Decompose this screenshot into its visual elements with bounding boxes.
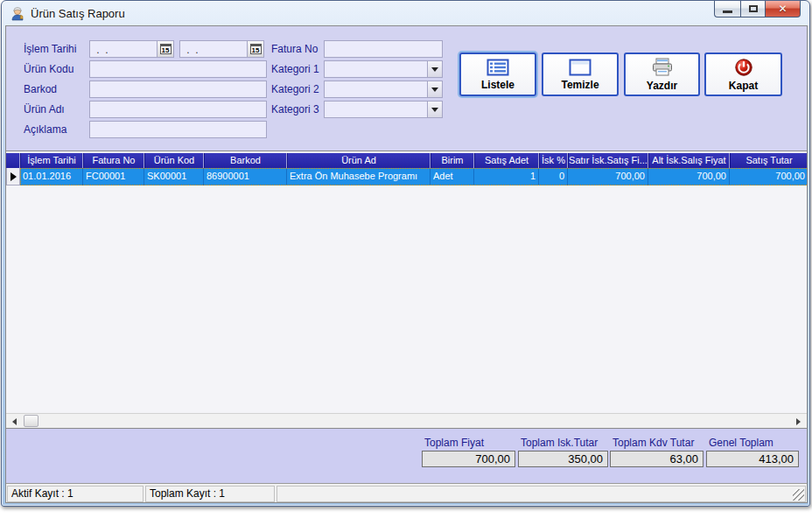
urun-kodu-input[interactable] xyxy=(89,60,267,78)
column-header[interactable]: Birim xyxy=(430,153,474,168)
app-icon xyxy=(10,5,25,21)
genel-toplam-value: 413,00 xyxy=(706,451,799,467)
kategori2-select[interactable] xyxy=(324,80,443,98)
app-window: Ürün Satış Raporu ✕ İşlem Tarihi . . 15 … xyxy=(1,0,810,507)
column-header[interactable]: Barkod xyxy=(204,153,287,168)
maximize-button[interactable] xyxy=(740,1,766,18)
kategori2-label: Kategori 2 xyxy=(271,80,319,98)
toplam-isk-tutar-value: 350,00 xyxy=(518,451,608,467)
totals-panel: Toplam Fiyat 700,00 Toplam Isk.Tutar 350… xyxy=(6,429,807,484)
urun-adi-input[interactable] xyxy=(89,101,267,118)
status-empty-panel xyxy=(276,486,806,502)
minimize-button[interactable] xyxy=(714,1,740,18)
row-selector[interactable] xyxy=(6,168,20,186)
close-button[interactable]: ✕ xyxy=(766,1,801,18)
power-icon xyxy=(734,58,753,77)
cell-satis-tutar[interactable]: 700,00 xyxy=(730,168,807,186)
cell-satir-isk-fiyat[interactable]: 700,00 xyxy=(568,168,648,186)
kategori3-label: Kategori 3 xyxy=(271,101,319,118)
column-header[interactable]: İşlem Tarihi xyxy=(20,153,83,168)
calendar-icon: 15 xyxy=(250,44,262,54)
list-icon xyxy=(486,59,509,76)
toplam-isk-tutar-label: Toplam Isk.Tutar xyxy=(521,437,598,449)
row-indicator-icon xyxy=(10,172,17,181)
grid-header-row: İşlem Tarihi Fatura No Ürün Kod Barkod Ü… xyxy=(6,153,807,168)
cell-barkod[interactable]: 86900001 xyxy=(204,168,287,186)
date-from-value: . . xyxy=(94,44,108,56)
scrollbar-thumb[interactable] xyxy=(24,415,38,427)
scroll-right-arrow-icon[interactable] xyxy=(796,418,801,425)
date-to-field[interactable]: . . 15 xyxy=(179,40,264,58)
table-row[interactable]: 01.01.2016 FC00001 SK00001 86900001 Extr… xyxy=(6,168,807,186)
close-icon: ✕ xyxy=(778,3,787,15)
barkod-label: Barkod xyxy=(24,80,57,98)
cell-birim[interactable]: Adet xyxy=(430,168,474,186)
grid-header-selector xyxy=(6,153,20,168)
cell-fatura-no[interactable]: FC00001 xyxy=(83,168,144,186)
listele-label: Listele xyxy=(481,79,514,91)
cell-urun-kod[interactable]: SK00001 xyxy=(144,168,204,186)
toplam-fiyat-label: Toplam Fiyat xyxy=(424,437,484,449)
cell-alt-isk-fiyat[interactable]: 700,00 xyxy=(648,168,730,186)
scroll-left-arrow-icon[interactable] xyxy=(12,418,17,425)
chevron-down-icon xyxy=(431,88,438,92)
kapat-button[interactable]: Kapat xyxy=(704,52,782,96)
titlebar[interactable]: Ürün Satış Raporu ✕ xyxy=(2,1,809,25)
blank-form-icon xyxy=(569,59,592,76)
chevron-down-icon xyxy=(431,108,438,112)
date-from-field[interactable]: . . 15 xyxy=(89,40,174,58)
urun-kodu-label: Ürün Kodu xyxy=(24,60,74,78)
chevron-down-icon xyxy=(431,67,438,72)
column-header[interactable]: İsk % xyxy=(539,153,568,168)
column-header[interactable]: Alt İsk.Salış Fiyat xyxy=(648,153,730,168)
filter-panel: İşlem Tarihi . . 15 . . 15 Ürün Kodu Bar… xyxy=(6,26,807,150)
column-header[interactable]: Fatura No xyxy=(83,153,144,168)
column-header[interactable]: Satış Adet xyxy=(474,153,539,168)
column-header[interactable]: Ürün Ad xyxy=(287,153,430,168)
column-header[interactable]: Ürün Kod xyxy=(144,153,204,168)
date-to-calendar-button[interactable]: 15 xyxy=(247,41,263,57)
toplam-kdv-tutar-value: 63,00 xyxy=(610,451,704,467)
fatura-no-label: Fatura No xyxy=(271,40,318,58)
kapat-label: Kapat xyxy=(729,80,758,92)
client-area: İşlem Tarihi . . 15 . . 15 Ürün Kodu Bar… xyxy=(5,25,808,503)
kategori2-dropdown-button[interactable] xyxy=(427,81,442,97)
kategori1-dropdown-button[interactable] xyxy=(427,61,442,77)
aciklama-label: Açıklama xyxy=(24,121,66,138)
barkod-input[interactable] xyxy=(89,80,267,98)
date-to-value: . . xyxy=(184,44,199,56)
calendar-icon: 15 xyxy=(160,44,172,54)
kategori3-dropdown-button[interactable] xyxy=(427,102,442,117)
printer-icon xyxy=(651,58,674,77)
genel-toplam-label: Genel Toplam xyxy=(709,437,774,449)
date-from-calendar-button[interactable]: 15 xyxy=(157,41,173,57)
kategori1-select[interactable] xyxy=(324,60,443,78)
window-controls: ✕ xyxy=(714,1,801,18)
minimize-icon xyxy=(723,10,732,13)
islem-tarihi-label: İşlem Tarihi xyxy=(24,40,76,58)
toplam-fiyat-value: 700,00 xyxy=(422,451,515,467)
urun-adi-label: Ürün Adı xyxy=(24,101,65,118)
column-header[interactable]: Satış Tutar xyxy=(730,153,807,168)
cell-isk[interactable]: 0 xyxy=(539,168,568,186)
status-aktif-kayit: Aktif Kayıt : 1 xyxy=(7,486,144,502)
status-bar: Aktif Kayıt : 1 Toplam Kayıt : 1 xyxy=(6,484,807,503)
temizle-button[interactable]: Temizle xyxy=(542,52,619,96)
cell-satis-adet[interactable]: 1 xyxy=(474,168,539,186)
cell-islem-tarihi[interactable]: 01.01.2016 xyxy=(20,168,83,186)
cell-urun-ad[interactable]: Extra Ön Muhasebe Programı xyxy=(287,168,430,186)
temizle-label: Temizle xyxy=(561,79,598,91)
toplam-kdv-tutar-label: Toplam Kdv Tutar xyxy=(612,437,694,449)
listele-button[interactable]: Listele xyxy=(459,52,536,96)
resize-grip[interactable] xyxy=(793,489,804,500)
horizontal-scrollbar[interactable] xyxy=(6,413,807,428)
yazdir-label: Yazdır xyxy=(647,80,677,92)
yazdir-button[interactable]: Yazdır xyxy=(624,52,700,96)
aciklama-input[interactable] xyxy=(89,121,267,138)
results-grid: İşlem Tarihi Fatura No Ürün Kod Barkod Ü… xyxy=(6,150,807,429)
kategori3-select[interactable] xyxy=(324,101,443,118)
fatura-no-input[interactable] xyxy=(324,40,443,58)
kategori1-label: Kategori 1 xyxy=(271,60,319,78)
maximize-icon xyxy=(749,5,758,12)
column-header[interactable]: Satır İsk.Satış Fi... xyxy=(568,153,648,168)
